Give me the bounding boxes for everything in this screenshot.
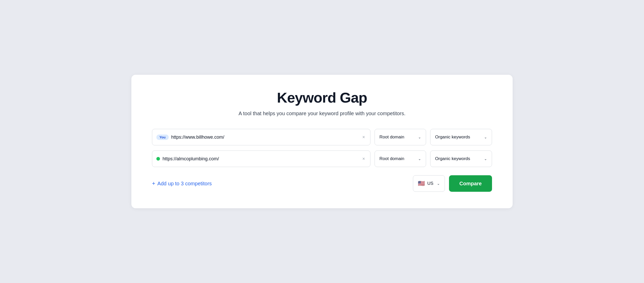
bottom-right: 🇺🇸 US ⌄ Compare: [413, 175, 492, 192]
compare-button[interactable]: Compare: [449, 175, 492, 192]
us-flag-icon: 🇺🇸: [418, 180, 425, 187]
row-you: You × Root domain ⌄ Organic keywords ⌄: [152, 129, 492, 145]
country-label: US: [427, 181, 434, 186]
chevron-down-icon: ⌄: [418, 135, 421, 139]
keywords-dropdown-label-you: Organic keywords: [435, 135, 470, 140]
add-competitors-label: Add up to 3 competitors: [157, 181, 212, 187]
chevron-down-icon: ⌄: [484, 157, 487, 161]
url-input-wrapper-you[interactable]: You ×: [152, 129, 370, 145]
keyword-gap-card: Keyword Gap A tool that helps you compar…: [131, 75, 513, 208]
domain-dropdown-label-you: Root domain: [379, 135, 404, 140]
chevron-down-icon: ⌄: [418, 157, 421, 161]
page-subtitle: A tool that helps you compare your keywo…: [152, 111, 492, 116]
clear-button-competitor-1[interactable]: ×: [361, 155, 366, 163]
add-competitors-button[interactable]: + Add up to 3 competitors: [152, 180, 212, 187]
keywords-dropdown-you[interactable]: Organic keywords ⌄: [430, 129, 492, 145]
clear-button-you[interactable]: ×: [361, 134, 366, 141]
page-title: Keyword Gap: [152, 89, 492, 106]
url-input-you[interactable]: [171, 135, 359, 140]
plus-icon: +: [152, 180, 155, 187]
bottom-row: + Add up to 3 competitors 🇺🇸 US ⌄ Compar…: [152, 175, 492, 192]
row-competitor-1: × Root domain ⌄ Organic keywords ⌄: [152, 151, 492, 167]
chevron-down-icon: ⌄: [437, 181, 440, 186]
keywords-dropdown-label-competitor-1: Organic keywords: [435, 156, 470, 161]
country-dropdown[interactable]: 🇺🇸 US ⌄: [413, 175, 445, 192]
green-dot-icon: [156, 157, 160, 161]
you-badge: You: [156, 135, 169, 140]
domain-dropdown-label-competitor-1: Root domain: [379, 156, 404, 161]
domain-dropdown-you[interactable]: Root domain ⌄: [375, 129, 426, 145]
url-input-competitor-1[interactable]: [163, 156, 359, 162]
keywords-dropdown-competitor-1[interactable]: Organic keywords ⌄: [430, 151, 492, 167]
domain-dropdown-competitor-1[interactable]: Root domain ⌄: [375, 151, 426, 167]
chevron-down-icon: ⌄: [484, 135, 487, 139]
url-input-wrapper-competitor-1[interactable]: ×: [152, 151, 370, 167]
